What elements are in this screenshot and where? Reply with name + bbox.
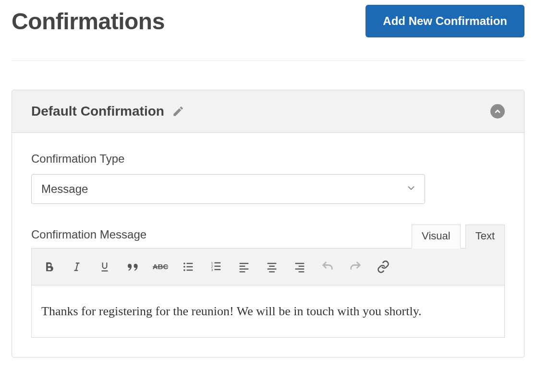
svg-rect-13 bbox=[215, 269, 221, 270]
svg-text:1: 1 bbox=[211, 261, 213, 265]
page-header: Confirmations Add New Confirmation bbox=[12, 5, 524, 61]
panel-header[interactable]: Default Confirmation bbox=[12, 90, 524, 133]
panel-title: Default Confirmation bbox=[31, 104, 164, 119]
svg-rect-18 bbox=[268, 263, 277, 264]
italic-icon[interactable] bbox=[64, 254, 89, 279]
numbered-list-icon[interactable]: 123 bbox=[204, 254, 229, 279]
collapse-panel-button[interactable] bbox=[490, 104, 505, 119]
svg-rect-15 bbox=[240, 266, 245, 267]
align-left-icon[interactable] bbox=[231, 254, 256, 279]
link-icon[interactable] bbox=[371, 254, 396, 279]
svg-rect-21 bbox=[269, 271, 275, 272]
confirmation-type-select[interactable]: Message bbox=[31, 174, 425, 204]
svg-rect-5 bbox=[187, 263, 193, 264]
svg-point-3 bbox=[183, 266, 185, 268]
confirmation-panel: Default Confirmation Confirmation Type M… bbox=[12, 90, 524, 357]
svg-rect-16 bbox=[240, 269, 249, 270]
pencil-icon[interactable] bbox=[172, 105, 184, 118]
svg-point-2 bbox=[183, 262, 185, 264]
tab-text[interactable]: Text bbox=[465, 225, 505, 249]
bullet-list-icon[interactable] bbox=[176, 254, 201, 279]
svg-rect-19 bbox=[269, 266, 275, 267]
svg-rect-7 bbox=[187, 270, 193, 271]
underline-icon[interactable] bbox=[92, 254, 117, 279]
svg-text:2: 2 bbox=[211, 265, 213, 268]
editor: ABC 123 bbox=[31, 248, 505, 338]
page-title: Confirmations bbox=[12, 8, 165, 35]
undo-icon[interactable] bbox=[315, 254, 340, 279]
svg-rect-11 bbox=[215, 262, 221, 263]
editor-content[interactable]: Thanks for registering for the reunion! … bbox=[32, 285, 504, 337]
svg-rect-20 bbox=[268, 269, 277, 270]
svg-rect-23 bbox=[299, 266, 305, 267]
svg-rect-14 bbox=[240, 263, 249, 264]
chevron-up-icon bbox=[490, 104, 505, 119]
svg-rect-25 bbox=[299, 271, 305, 272]
editor-toolbar: ABC 123 bbox=[32, 249, 504, 285]
svg-rect-6 bbox=[187, 266, 193, 267]
panel-body: Confirmation Type Message Confirmation M… bbox=[12, 133, 524, 357]
svg-text:3: 3 bbox=[211, 268, 213, 272]
editor-tabs: Visual Text bbox=[412, 224, 505, 248]
tab-visual[interactable]: Visual bbox=[412, 225, 461, 249]
add-new-confirmation-button[interactable]: Add New Confirmation bbox=[365, 5, 524, 37]
strikethrough-icon[interactable]: ABC bbox=[148, 254, 173, 279]
align-right-icon[interactable] bbox=[287, 254, 312, 279]
svg-rect-24 bbox=[295, 269, 305, 270]
redo-icon[interactable] bbox=[343, 254, 368, 279]
svg-rect-12 bbox=[215, 266, 221, 267]
svg-rect-17 bbox=[240, 271, 245, 272]
confirmation-type-label: Confirmation Type bbox=[31, 152, 505, 166]
svg-rect-22 bbox=[295, 263, 305, 264]
svg-point-4 bbox=[183, 269, 185, 271]
align-center-icon[interactable] bbox=[259, 254, 284, 279]
confirmation-message-label: Confirmation Message bbox=[31, 228, 146, 241]
blockquote-icon[interactable] bbox=[120, 254, 145, 279]
bold-icon[interactable] bbox=[37, 254, 61, 279]
